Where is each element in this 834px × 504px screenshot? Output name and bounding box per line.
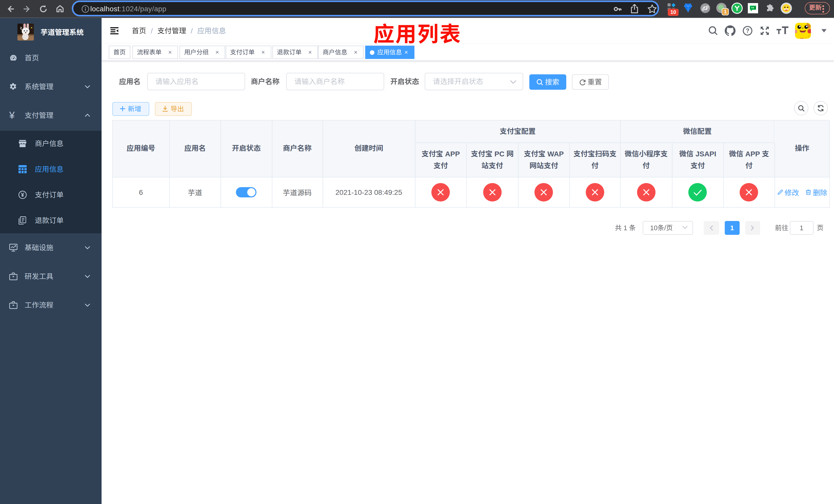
svg-text:?: ? bbox=[746, 27, 749, 34]
